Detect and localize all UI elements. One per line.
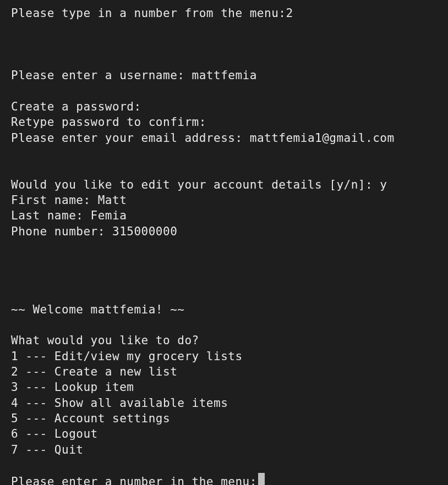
blank-line bbox=[11, 21, 437, 36]
blank-line bbox=[11, 37, 437, 52]
menu-item-4: 4 --- Show all available items bbox=[11, 395, 437, 411]
blank-line bbox=[11, 286, 437, 301]
first-name-line: First name: Matt bbox=[11, 192, 437, 208]
cursor-icon bbox=[258, 473, 265, 485]
blank-line bbox=[11, 317, 437, 333]
email-value: mattfemia1@gmail.com bbox=[250, 131, 395, 145]
first-name-value: Matt bbox=[98, 194, 127, 207]
blank-line bbox=[11, 146, 437, 161]
menu-number-prompt[interactable]: Please enter a number in the menu: bbox=[11, 473, 437, 485]
first-name-label: First name: bbox=[11, 194, 98, 207]
menu-item-1: 1 --- Edit/view my grocery lists bbox=[11, 349, 437, 364]
blank-line bbox=[11, 161, 437, 177]
blank-line bbox=[11, 52, 437, 68]
phone-label: Phone number: bbox=[11, 225, 112, 238]
welcome-banner: ~~ Welcome mattfemia! ~~ bbox=[11, 302, 437, 317]
username-line: Please enter a username: mattfemia bbox=[11, 68, 437, 83]
create-password-line: Create a password: bbox=[11, 99, 437, 114]
email-label: Please enter your email address: bbox=[11, 131, 250, 145]
top-menu-prompt-value: 2 bbox=[286, 7, 293, 20]
last-name-line: Last name: Femia bbox=[11, 208, 437, 223]
blank-line bbox=[11, 255, 437, 271]
edit-account-prompt-label: Would you like to edit your account deta… bbox=[11, 178, 380, 191]
phone-value: 315000000 bbox=[112, 225, 177, 238]
menu-heading: What would you like to do? bbox=[11, 333, 437, 348]
top-menu-prompt-label: Please type in a number from the menu: bbox=[11, 7, 286, 20]
blank-line bbox=[11, 458, 437, 473]
blank-line bbox=[11, 271, 437, 286]
username-label: Please enter a username: bbox=[11, 69, 192, 82]
blank-line bbox=[11, 84, 437, 99]
menu-item-2: 2 --- Create a new list bbox=[11, 364, 437, 379]
email-line: Please enter your email address: mattfem… bbox=[11, 130, 437, 146]
edit-account-prompt-line: Would you like to edit your account deta… bbox=[11, 177, 437, 192]
edit-account-prompt-value: y bbox=[380, 178, 387, 191]
phone-line: Phone number: 315000000 bbox=[11, 224, 437, 239]
last-name-label: Last name: bbox=[11, 209, 91, 222]
menu-item-6: 6 --- Logout bbox=[11, 426, 437, 442]
menu-item-3: 3 --- Lookup item bbox=[11, 379, 437, 395]
top-menu-prompt: Please type in a number from the menu:2 bbox=[11, 5, 437, 21]
menu-number-prompt-label: Please enter a number in the menu: bbox=[11, 474, 257, 485]
last-name-value: Femia bbox=[91, 209, 127, 222]
menu-item-5: 5 --- Account settings bbox=[11, 411, 437, 426]
menu-item-7: 7 --- Quit bbox=[11, 442, 437, 458]
blank-line bbox=[11, 239, 437, 255]
retype-password-line: Retype password to confirm: bbox=[11, 114, 437, 130]
username-value: mattfemia bbox=[192, 69, 257, 82]
